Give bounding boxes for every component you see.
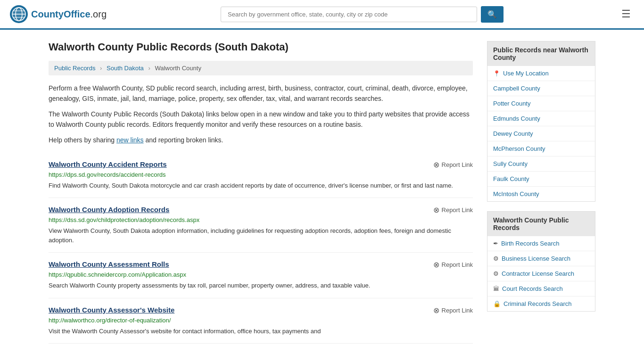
sidebar-item-contractor[interactable]: ⚙ Contractor License Search	[487, 266, 595, 281]
record-url-2[interactable]: https://qpublic.schneidercorp.com/Applic…	[49, 271, 473, 278]
nearby-section: Public Records near Walworth County 📍 Us…	[487, 41, 595, 202]
sidebar-item-business[interactable]: ⚙ Business License Search	[487, 251, 595, 266]
report-link-btn-3[interactable]: ⊗ Report Link	[433, 306, 473, 315]
record-url-1[interactable]: https://dss.sd.gov/childprotection/adopt…	[49, 216, 473, 223]
record-header-1: Walworth County Adoption Records ⊗ Repor…	[49, 206, 473, 214]
record-header-2: Walworth County Assessment Rolls ⊗ Repor…	[49, 260, 473, 269]
description-p3: Help others by sharing new links and rep…	[49, 135, 473, 145]
record-header-0: Walworth County Accident Reports ⊗ Repor…	[49, 160, 473, 169]
record-url-0[interactable]: https://dps.sd.gov/records/accident-reco…	[49, 171, 473, 178]
report-link-btn-0[interactable]: ⊗ Report Link	[433, 160, 473, 169]
sidebar-item-edmunds[interactable]: Edmunds County	[487, 111, 595, 126]
mcpherson-county-link[interactable]: McPherson County	[493, 145, 545, 152]
header: CountyOffice.org 🔍 ☰	[0, 0, 644, 30]
breadcrumb: Public Records › South Dakota › Walworth…	[49, 61, 473, 75]
birth-icon: ✒	[493, 240, 498, 247]
campbell-county-link[interactable]: Campbell County	[493, 85, 540, 92]
sidebar-item-criminal[interactable]: 🔒 Criminal Records Search	[487, 296, 595, 311]
sidebar-item-birth[interactable]: ✒ Birth Records Search	[487, 236, 595, 251]
record-title-1[interactable]: Walworth County Adoption Records	[49, 206, 169, 214]
court-records-link[interactable]: Court Records Search	[502, 285, 563, 292]
criminal-records-link[interactable]: Criminal Records Search	[504, 300, 572, 307]
sidebar-item-sully[interactable]: Sully County	[487, 156, 595, 172]
report-link-btn-2[interactable]: ⊗ Report Link	[433, 260, 473, 269]
potter-county-link[interactable]: Potter County	[493, 100, 531, 107]
search-input[interactable]	[221, 7, 477, 22]
dewey-county-link[interactable]: Dewey County	[493, 130, 533, 137]
hamburger-menu-button[interactable]: ☰	[618, 6, 635, 22]
edmunds-county-link[interactable]: Edmunds County	[493, 115, 540, 122]
record-header-3: Walworth County Assessor's Website ⊗ Rep…	[49, 306, 473, 315]
nearby-section-header: Public Records near Walworth County	[487, 41, 595, 66]
record-item-1: Walworth County Adoption Records ⊗ Repor…	[49, 198, 473, 253]
desc-post: and reporting broken links.	[144, 136, 223, 144]
business-icon: ⚙	[493, 255, 499, 262]
use-my-location-link[interactable]: Use My Location	[503, 70, 549, 77]
contractor-icon: ⚙	[493, 270, 499, 277]
description-p1: Perform a free Walworth County, SD publi…	[49, 83, 473, 104]
record-title-3[interactable]: Walworth County Assessor's Website	[49, 306, 174, 314]
record-url-3[interactable]: http://walworthco.org/director-of-equali…	[49, 317, 473, 324]
faulk-county-link[interactable]: Faulk County	[493, 175, 529, 182]
record-desc-2: Search Walworth County property assessme…	[49, 281, 473, 290]
business-license-link[interactable]: Business License Search	[502, 255, 570, 262]
report-link-btn-1[interactable]: ⊗ Report Link	[433, 206, 473, 214]
court-icon: 🏛	[493, 285, 499, 292]
sidebar-item-faulk[interactable]: Faulk County	[487, 172, 595, 187]
left-panel: Walworth County Public Records (South Da…	[49, 41, 473, 344]
logo-text: CountyOffice.org	[31, 9, 107, 20]
walworth-records-section: Walworth County Public Records ✒ Birth R…	[487, 211, 595, 312]
search-area: 🔍	[221, 6, 504, 23]
desc-pre: Help others by sharing	[49, 136, 116, 144]
contractor-license-link[interactable]: Contractor License Search	[502, 270, 574, 277]
new-links-link[interactable]: new links	[116, 136, 144, 144]
breadcrumb-walworth-county: Walworth County	[155, 65, 201, 72]
report-icon-0: ⊗	[433, 160, 439, 169]
birth-records-link[interactable]: Birth Records Search	[501, 240, 560, 247]
report-label-3: Report Link	[442, 307, 473, 314]
report-icon-1: ⊗	[433, 206, 439, 214]
report-label-0: Report Link	[442, 161, 473, 168]
logo-icon	[9, 5, 28, 24]
page-title: Walworth County Public Records (South Da…	[49, 41, 473, 53]
sidebar-item-mcpherson[interactable]: McPherson County	[487, 141, 595, 156]
breadcrumb-public-records[interactable]: Public Records	[54, 65, 95, 72]
sidebar-item-mcintosh[interactable]: McIntosh County	[487, 187, 595, 201]
record-item-3: Walworth County Assessor's Website ⊗ Rep…	[49, 298, 473, 344]
logo-area: CountyOffice.org	[9, 5, 107, 24]
record-item-2: Walworth County Assessment Rolls ⊗ Repor…	[49, 253, 473, 298]
mcintosh-county-link[interactable]: McIntosh County	[493, 190, 539, 197]
record-title-0[interactable]: Walworth County Accident Reports	[49, 160, 167, 168]
main-content: Walworth County Public Records (South Da…	[39, 30, 605, 355]
record-title-2[interactable]: Walworth County Assessment Rolls	[49, 260, 169, 268]
description-p2: The Walworth County Public Records (Sout…	[49, 109, 473, 130]
records-list: Walworth County Accident Reports ⊗ Repor…	[49, 153, 473, 344]
walworth-records-header: Walworth County Public Records	[487, 212, 595, 236]
report-icon-2: ⊗	[433, 260, 439, 269]
sidebar-item-court[interactable]: 🏛 Court Records Search	[487, 281, 595, 296]
record-desc-0: Find Walworth County, South Dakota motor…	[49, 181, 473, 190]
breadcrumb-south-dakota[interactable]: South Dakota	[107, 65, 144, 72]
record-desc-3: Visit the Walworth County Assessor's web…	[49, 327, 473, 336]
description-area: Perform a free Walworth County, SD publi…	[49, 83, 473, 145]
breadcrumb-sep2: ›	[148, 65, 150, 72]
sidebar-item-location[interactable]: 📍 Use My Location	[487, 66, 595, 81]
sully-county-link[interactable]: Sully County	[493, 160, 528, 167]
record-item-0: Walworth County Accident Reports ⊗ Repor…	[49, 153, 473, 198]
breadcrumb-sep1: ›	[100, 65, 102, 72]
report-label-2: Report Link	[442, 261, 473, 268]
report-label-1: Report Link	[442, 206, 473, 214]
sidebar-item-potter[interactable]: Potter County	[487, 96, 595, 111]
right-panel: Public Records near Walworth County 📍 Us…	[487, 41, 595, 344]
report-icon-3: ⊗	[433, 306, 439, 315]
location-icon: 📍	[493, 70, 500, 77]
sidebar-item-campbell[interactable]: Campbell County	[487, 81, 595, 96]
sidebar-item-dewey[interactable]: Dewey County	[487, 126, 595, 141]
criminal-icon: 🔒	[493, 300, 501, 307]
search-button[interactable]: 🔍	[481, 6, 504, 23]
record-desc-1: View Walworth County, South Dakota adopt…	[49, 226, 473, 245]
